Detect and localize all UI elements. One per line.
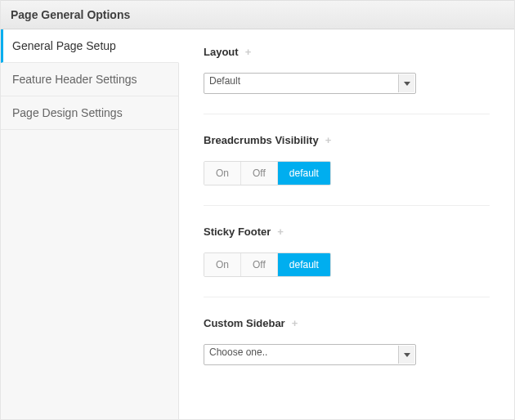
section-title-text: Custom Sidebar (204, 317, 285, 329)
custom-sidebar-select-wrap: Choose one.. (204, 344, 416, 365)
sidebar-item-label: Feature Header Settings (12, 73, 137, 86)
custom-sidebar-select[interactable]: Choose one.. (204, 344, 416, 365)
toggle-off[interactable]: Off (241, 253, 278, 276)
toggle-on[interactable]: On (204, 253, 241, 276)
section-layout: Layout + Default (204, 46, 490, 114)
sidebar-item-label: Page Design Settings (12, 106, 123, 119)
sidebar-item-feature-header-settings[interactable]: Feature Header Settings (1, 63, 178, 96)
section-custom-sidebar: Custom Sidebar + Choose one.. (204, 317, 490, 385)
section-breadcrumbs: Breadcrumbs Visibility + On Off default (204, 134, 490, 206)
plus-icon[interactable]: + (245, 47, 252, 57)
sidebar-item-page-design-settings[interactable]: Page Design Settings (1, 96, 178, 130)
toggle-on[interactable]: On (204, 162, 241, 185)
layout-select-wrap: Default (204, 73, 416, 94)
sticky-footer-toggle: On Off default (204, 252, 331, 277)
section-title-text: Breadcrumbs Visibility (204, 134, 319, 146)
toggle-default[interactable]: default (278, 162, 330, 185)
sidebar: General Page Setup Feature Header Settin… (1, 29, 179, 419)
sidebar-item-general-page-setup[interactable]: General Page Setup (1, 29, 179, 63)
section-title: Breadcrumbs Visibility + (204, 134, 490, 146)
section-title: Layout + (204, 46, 490, 58)
section-sticky-footer: Sticky Footer + On Off default (204, 226, 490, 297)
options-panel: Page General Options General Page Setup … (0, 0, 515, 420)
section-title-text: Sticky Footer (204, 226, 271, 238)
layout-select[interactable]: Default (204, 73, 416, 94)
plus-icon[interactable]: + (277, 226, 284, 237)
breadcrumbs-toggle: On Off default (204, 161, 331, 185)
panel-body: General Page Setup Feature Header Settin… (1, 29, 514, 419)
toggle-default[interactable]: default (278, 253, 330, 276)
toggle-off[interactable]: Off (241, 162, 278, 185)
section-title-text: Layout (204, 46, 239, 58)
sidebar-item-label: General Page Setup (12, 39, 116, 52)
plus-icon[interactable]: + (325, 135, 332, 145)
panel-title: Page General Options (1, 0, 514, 29)
plus-icon[interactable]: + (292, 318, 298, 328)
section-title: Sticky Footer + (204, 226, 490, 238)
section-title: Custom Sidebar + (204, 317, 490, 329)
content-area: Layout + Default Breadcrumbs Visibility … (179, 29, 514, 419)
